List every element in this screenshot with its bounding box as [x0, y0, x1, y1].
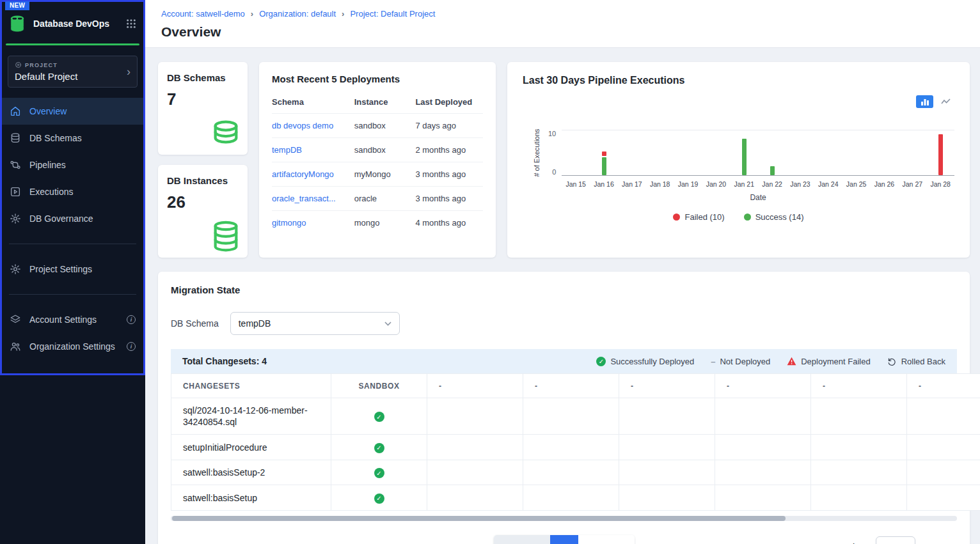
stat-label: DB Schemas	[167, 72, 239, 83]
chart-bar-group	[758, 130, 786, 175]
info-icon[interactable]: i	[127, 315, 136, 324]
success-check-icon[interactable]: ✓	[374, 443, 384, 453]
project-selector[interactable]: PROJECT Default Project ›	[8, 56, 138, 88]
legend-item-success[interactable]: Success (14)	[744, 212, 804, 222]
chart-bar-group	[898, 130, 926, 175]
divider	[9, 294, 136, 295]
line-chart-icon	[941, 98, 951, 105]
project-icon	[15, 61, 22, 68]
success-check-icon[interactable]: ✓	[374, 468, 384, 478]
bar-success	[770, 166, 775, 175]
deployments-table: Schema Instance Last Deployed db devops …	[272, 92, 483, 235]
chart-type-toggles	[916, 95, 954, 108]
sidebar-item-db-governance[interactable]: DB Governance	[0, 205, 145, 232]
scrollbar-thumb[interactable]	[172, 516, 786, 521]
main-area: Account: satwell-demo › Organization: de…	[145, 0, 980, 544]
chart-bar-group	[590, 130, 618, 175]
x-tick-label: Jan 25	[842, 180, 871, 188]
col-header: -	[619, 374, 715, 398]
chevron-down-icon	[384, 322, 391, 326]
dash-icon: –	[711, 357, 715, 366]
schema-link[interactable]: artifactoryMongo	[272, 169, 334, 179]
x-axis-title: Date	[562, 193, 954, 202]
x-tick-label: Jan 15	[562, 180, 590, 188]
x-tick-label: Jan 17	[618, 180, 646, 188]
sidebar-item-executions[interactable]: Executions	[0, 178, 145, 205]
changeset-name: satwell:basisSetup	[171, 485, 331, 511]
chart-bar-group	[646, 130, 674, 175]
bar-chart-toggle[interactable]	[916, 95, 933, 108]
apps-grid-icon[interactable]	[126, 19, 136, 29]
chart-plot	[562, 130, 954, 176]
sidebar-item-pipelines[interactable]: Pipelines	[0, 152, 145, 178]
chart-bar-group	[562, 130, 590, 175]
x-tick-label: Jan 20	[702, 180, 730, 188]
page-size-select[interactable]: 10	[876, 536, 915, 544]
legend-rolled-back: Rolled Back	[887, 357, 945, 366]
bar-success	[602, 157, 606, 175]
legend-item-failed[interactable]: Failed (10)	[673, 212, 724, 222]
chevron-right-icon: ›	[342, 9, 344, 19]
success-check-icon[interactable]: ✓	[374, 412, 384, 422]
database-stack-icon	[208, 219, 244, 255]
sidebar-item-label: Executions	[29, 187, 73, 197]
x-tick-label: Jan 24	[814, 180, 842, 188]
changesets-table: CHANGESETS SANDBOX - - - - - - sql/2024-	[171, 373, 980, 511]
breadcrumb-account[interactable]: Account: satwell-demo	[161, 9, 245, 19]
stat-value: 7	[167, 89, 239, 109]
sidebar-item-organization-settings[interactable]: Organization Settings i	[0, 333, 145, 360]
horizontal-scrollbar[interactable]	[171, 516, 957, 521]
schema-link[interactable]: oracle_transact...	[272, 194, 336, 203]
pipeline-icon	[10, 159, 21, 171]
changeset-name: sql/2024-10-14-12-06-member-34240854.sql	[171, 398, 331, 435]
changeset-row: satwell:basisSetup-2 ✓	[171, 460, 980, 485]
sidebar-item-label: Project Settings	[29, 264, 92, 274]
x-tick-label: Jan 28	[926, 180, 954, 188]
instance-cell: myMongo	[354, 162, 416, 187]
schema-link[interactable]: tempDB	[272, 145, 302, 155]
home-icon	[10, 105, 21, 117]
legend-label: Not Deployed	[720, 357, 770, 366]
db-schema-select[interactable]: tempDB	[230, 312, 400, 335]
changeset-row: satwell:basisSetup ✓	[171, 485, 980, 511]
col-header: -	[811, 374, 907, 398]
deployed-cell: 3 months ago	[415, 187, 483, 211]
info-icon[interactable]: i	[127, 342, 136, 351]
pipeline-executions-card: Last 30 Days Pipeline Executions	[507, 62, 970, 258]
sidebar-item-account-settings[interactable]: Account Settings i	[0, 306, 145, 333]
table-row: gitmongo mongo 4 months ago	[272, 211, 483, 235]
col-header-changesets: CHANGESETS	[171, 374, 331, 398]
schema-link[interactable]: db devops demo	[272, 121, 333, 130]
breadcrumb-project[interactable]: Project: Default Project	[350, 9, 435, 19]
chart-bar-group	[842, 130, 871, 175]
sidebar: NEW Database DevOps PROJECT	[0, 0, 145, 544]
col-header: Last Deployed	[415, 92, 483, 114]
next-page-button[interactable]: Next →	[578, 535, 635, 544]
db-instances-card[interactable]: DB Instances 26	[158, 165, 248, 258]
y-axis-ticks: 10 0	[548, 130, 562, 176]
success-check-icon[interactable]: ✓	[374, 493, 384, 504]
y-tick: 10	[548, 130, 556, 137]
db-schemas-card[interactable]: DB Schemas 7	[158, 62, 248, 155]
project-label: PROJECT	[25, 62, 58, 68]
failed-dot-icon	[673, 214, 680, 221]
sidebar-item-label: Account Settings	[29, 315, 97, 325]
sidebar-item-db-schemas[interactable]: DB Schemas	[0, 125, 145, 152]
chevron-right-icon: ›	[127, 66, 130, 77]
chart-legend: Failed (10) Success (14)	[523, 212, 954, 222]
col-header: -	[427, 374, 523, 398]
layers-icon	[10, 314, 21, 325]
legend-successfully-deployed: ✓ Successfully Deployed	[596, 357, 694, 366]
prev-page-button[interactable]: ← Prev	[494, 535, 550, 544]
page-1-button[interactable]: 1	[550, 535, 578, 544]
schema-link[interactable]: gitmongo	[272, 218, 306, 228]
x-tick-label: Jan 19	[674, 180, 702, 188]
app-title: Database DevOps	[33, 19, 109, 29]
breadcrumb-organization[interactable]: Organization: default	[259, 9, 336, 19]
line-chart-toggle[interactable]	[937, 95, 954, 108]
legend-not-deployed: – Not Deployed	[711, 357, 770, 366]
sidebar-item-overview[interactable]: Overview	[0, 98, 145, 125]
sidebar-item-project-settings[interactable]: Project Settings	[0, 256, 145, 283]
database-icon	[208, 116, 244, 152]
changeset-row: setupInitialProcedure ✓	[171, 435, 980, 460]
